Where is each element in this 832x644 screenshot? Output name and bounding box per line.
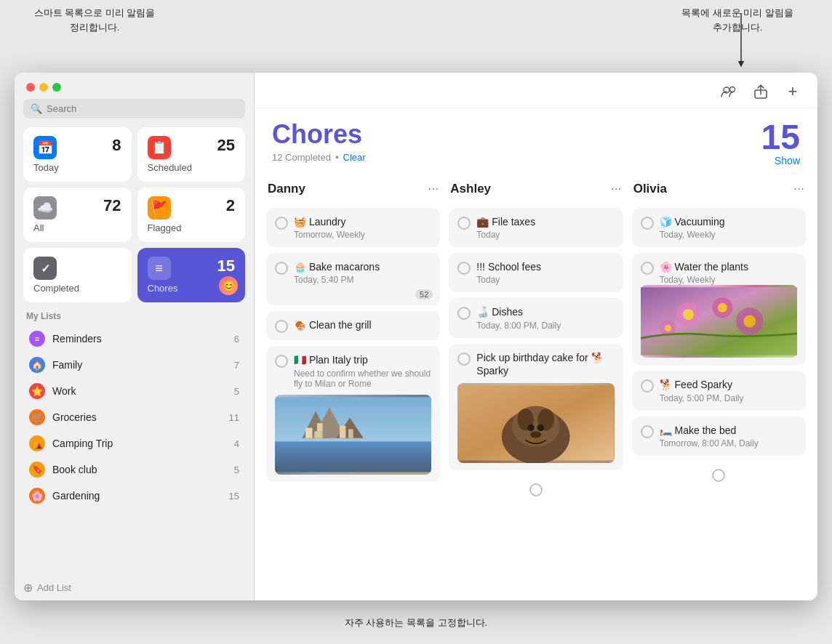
task-image-dog bbox=[457, 383, 614, 463]
task-circle-grill[interactable] bbox=[275, 320, 288, 333]
camping-label: Camping Trip bbox=[52, 438, 227, 449]
list-item-family[interactable]: 🏠 Family 7 bbox=[23, 352, 245, 378]
svg-point-28 bbox=[743, 315, 756, 328]
svg-rect-31 bbox=[641, 335, 797, 355]
flagged-icon: 🚩 bbox=[148, 196, 171, 220]
column-header-ashley: Ashley ··· bbox=[449, 178, 623, 199]
task-taxes[interactable]: 💼 File taxes Today bbox=[449, 208, 623, 247]
flagged-label: Flagged bbox=[148, 222, 236, 233]
bookclub-count: 5 bbox=[234, 464, 239, 475]
task-bed[interactable]: 🛏️ Make the bed Tomorrow, 8:00 AM, Daily bbox=[632, 416, 806, 456]
show-button[interactable]: Show bbox=[761, 155, 800, 166]
task-sparky[interactable]: 🐕 Feed Sparky Today, 5:00 PM, Daily bbox=[632, 371, 806, 410]
task-empty-olivia bbox=[632, 462, 806, 489]
bookclub-icon: 🔖 bbox=[29, 462, 45, 478]
people-button[interactable] bbox=[719, 81, 739, 102]
reminders-count: 6 bbox=[234, 334, 239, 345]
task-circle-taxes[interactable] bbox=[457, 217, 471, 230]
reminders-label: Reminders bbox=[52, 333, 227, 345]
task-subtitle-laundry: Tomorrow, Weekly bbox=[294, 230, 431, 240]
list-item-bookclub[interactable]: 🔖 Book club 5 bbox=[23, 456, 245, 483]
close-button[interactable] bbox=[26, 83, 35, 92]
completed-icon: ✓ bbox=[33, 257, 57, 280]
ashley-more-button[interactable]: ··· bbox=[611, 181, 622, 196]
task-title-italy: 🇮🇹 Plan Italy trip bbox=[294, 353, 431, 366]
task-plants[interactable]: 🌸 Water the plants Today, Weekly bbox=[632, 253, 806, 365]
work-icon: ⭐ bbox=[29, 383, 45, 399]
task-vacuuming[interactable]: 🧊 Vacuuming Today, Weekly bbox=[632, 208, 806, 247]
task-circle-laundry[interactable] bbox=[275, 217, 288, 230]
add-reminder-button[interactable]: + bbox=[783, 81, 803, 102]
main-title-area: Chores 12 Completed • Clear bbox=[272, 120, 366, 163]
task-image-italy bbox=[275, 395, 431, 475]
list-item-groceries[interactable]: 🛒 Groceries 11 bbox=[23, 404, 245, 430]
family-icon: 🏠 bbox=[29, 357, 45, 373]
olivia-more-button[interactable]: ··· bbox=[793, 181, 804, 196]
flagged-count: 2 bbox=[226, 196, 235, 215]
svg-rect-5 bbox=[275, 441, 431, 472]
danny-more-button[interactable]: ··· bbox=[428, 181, 439, 196]
task-subtitle-dishes: Today, 8:00 PM, Daily bbox=[476, 321, 614, 331]
task-title-cake: Pick up birthday cake for 🐕 Sparky bbox=[476, 351, 614, 377]
completed-line: 12 Completed • Clear bbox=[272, 152, 366, 163]
list-item-gardening[interactable]: 🌸 Gardening 15 bbox=[23, 483, 245, 509]
smart-list-all[interactable]: ☁️ 72 All bbox=[23, 188, 132, 242]
search-input[interactable] bbox=[47, 103, 238, 114]
column-olivia: Olivia ··· 🧊 Vacuuming Today, Weekly bbox=[632, 178, 806, 589]
smart-list-completed[interactable]: ✓ Completed bbox=[23, 248, 132, 302]
task-circle-bed[interactable] bbox=[641, 425, 654, 438]
maximize-button[interactable] bbox=[52, 83, 61, 92]
share-icon bbox=[754, 84, 767, 99]
svg-rect-13 bbox=[348, 429, 353, 438]
task-title-vacuuming: 🧊 Vacuuming bbox=[660, 215, 797, 228]
task-title-dishes: 🍶 Dishes bbox=[476, 305, 614, 318]
add-list-label: Add List bbox=[37, 582, 71, 593]
task-badge-macarons: 52 bbox=[415, 289, 433, 299]
smart-list-today[interactable]: 📅 8 Today bbox=[23, 127, 132, 182]
task-dishes[interactable]: 🍶 Dishes Today, 8:00 PM, Daily bbox=[449, 298, 623, 337]
list-item-camping[interactable]: ⛺ Camping Trip 4 bbox=[23, 430, 245, 456]
task-title-bed: 🛏️ Make the bed bbox=[660, 424, 797, 437]
all-icon: ☁️ bbox=[33, 196, 57, 220]
empty-circle-olivia bbox=[712, 469, 725, 482]
task-title-grill: 🍖 Clean the grill bbox=[294, 318, 431, 331]
task-circle-vacuuming[interactable] bbox=[641, 217, 654, 230]
task-circle-fees[interactable] bbox=[457, 262, 471, 275]
task-grill[interactable]: 🍖 Clean the grill bbox=[266, 311, 440, 340]
traffic-lights bbox=[26, 83, 61, 92]
clear-button[interactable]: Clear bbox=[343, 152, 366, 163]
my-lists-title: My Lists bbox=[23, 311, 245, 321]
family-count: 7 bbox=[234, 360, 239, 371]
add-list-button[interactable]: ⊕ Add List bbox=[15, 575, 254, 600]
work-label: Work bbox=[52, 385, 227, 397]
share-button[interactable] bbox=[751, 81, 771, 102]
svg-point-16 bbox=[512, 406, 560, 447]
svg-rect-12 bbox=[340, 425, 345, 438]
task-laundry[interactable]: 🧺 Laundry Tomorrow, Weekly bbox=[266, 208, 440, 247]
list-item-work[interactable]: ⭐ Work 5 bbox=[23, 378, 245, 404]
completed-count-text: 12 Completed bbox=[272, 152, 331, 163]
smart-list-scheduled[interactable]: 📋 25 Scheduled bbox=[137, 127, 246, 182]
task-circle-italy[interactable] bbox=[275, 355, 288, 368]
list-item-reminders[interactable]: ≡ Reminders 6 bbox=[23, 326, 245, 352]
column-name-ashley: Ashley bbox=[450, 182, 491, 196]
task-circle-sparky[interactable] bbox=[641, 379, 654, 393]
task-circle-dishes[interactable] bbox=[457, 307, 471, 320]
task-subtitle-taxes: Today bbox=[476, 230, 614, 240]
smart-list-flagged[interactable]: 🚩 2 Flagged bbox=[137, 188, 246, 242]
task-macarons[interactable]: 🧁 Bake macarons Today, 5:40 PM 52 bbox=[266, 253, 440, 305]
smart-list-chores[interactable]: ≡ 15 Chores 😊 bbox=[137, 248, 246, 302]
gardening-icon: 🌸 bbox=[29, 488, 45, 504]
search-bar[interactable]: 🔍 bbox=[23, 99, 245, 118]
task-italy[interactable]: 🇮🇹 Plan Italy trip Need to confirm wheth… bbox=[266, 346, 440, 481]
task-circle-macarons[interactable] bbox=[275, 262, 288, 275]
main-toolbar: + bbox=[255, 73, 817, 108]
minimize-button[interactable] bbox=[39, 83, 48, 92]
task-subtitle-fees: Today bbox=[476, 275, 614, 285]
search-icon: 🔍 bbox=[31, 103, 42, 114]
task-cake[interactable]: Pick up birthday cake for 🐕 Sparky bbox=[449, 344, 623, 470]
task-title-laundry: 🧺 Laundry bbox=[294, 215, 431, 228]
task-fees[interactable]: !!! School fees Today bbox=[449, 253, 623, 292]
task-circle-plants[interactable] bbox=[641, 262, 654, 275]
task-circle-cake[interactable] bbox=[457, 353, 471, 366]
